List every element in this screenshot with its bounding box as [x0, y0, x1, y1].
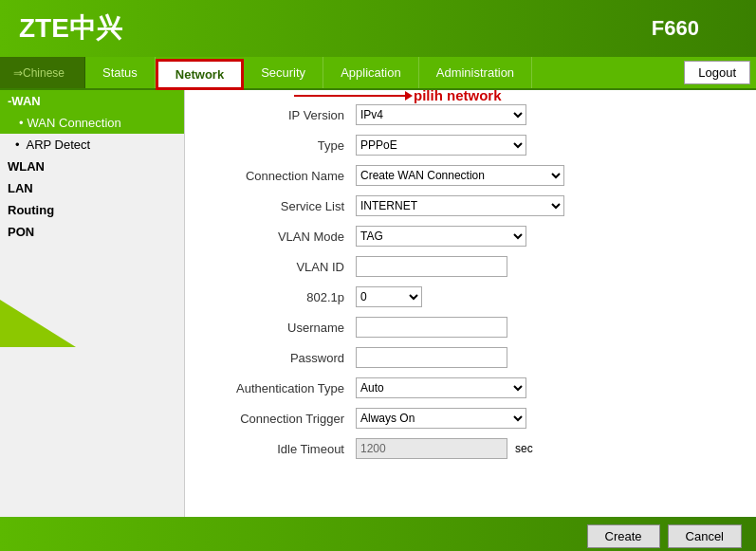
sidebar-lan[interactable]: LAN	[0, 177, 184, 199]
form-row-type: Type PPPoE IPoE Bridge	[204, 135, 737, 156]
input-username[interactable]	[356, 317, 507, 338]
sidebar-pon[interactable]: PON	[0, 221, 184, 243]
form-row-vlan-id: VLAN ID	[204, 256, 737, 277]
form-row-connection-name: Connection Name Create WAN Connection	[204, 165, 737, 186]
sidebar-routing[interactable]: Routing	[0, 199, 184, 221]
control-8021p: 0123 4567	[356, 286, 422, 307]
nav-chinese[interactable]: ⇒Chinese	[0, 57, 85, 88]
logo: ZTE中兴	[19, 10, 122, 46]
select-connection-trigger[interactable]: Always On On Demand Manual	[356, 408, 526, 429]
idle-timeout-unit: sec	[515, 442, 533, 455]
main: -WAN WAN Connection ARP Detect WLAN LAN …	[0, 90, 756, 517]
input-vlan-id[interactable]	[356, 256, 507, 277]
form-row-password: Password	[204, 347, 737, 368]
control-connection-trigger: Always On On Demand Manual	[356, 408, 526, 429]
form-row-8021p: 802.1p 0123 4567	[204, 286, 737, 307]
control-vlan-id	[356, 256, 507, 277]
form-row-ip-version: IP Version IPv4 IPv6	[204, 104, 737, 125]
select-8021p[interactable]: 0123 4567	[356, 286, 422, 307]
header: ZTE中兴 F660	[0, 0, 756, 57]
control-ip-version: IPv4 IPv6	[356, 104, 526, 125]
page-container: ZTE中兴 F660 ⇒Chinese Status Network Secur…	[0, 0, 756, 551]
select-connection-name[interactable]: Create WAN Connection	[356, 165, 564, 186]
form-row-service-list: Service List INTERNET TR069 VOIP	[204, 195, 737, 216]
label-username: Username	[204, 321, 356, 335]
nav-status[interactable]: Status	[85, 57, 156, 88]
control-idle-timeout: sec	[356, 438, 533, 459]
label-service-list: Service List	[204, 199, 356, 213]
sidebar-item-wan-connection[interactable]: WAN Connection	[0, 112, 184, 134]
nav-administration[interactable]: Administration	[419, 57, 532, 88]
label-auth-type: Authentication Type	[204, 381, 356, 395]
control-auth-type: Auto PAP CHAP MS-CHAP	[356, 377, 526, 398]
input-idle-timeout[interactable]	[356, 438, 507, 459]
label-ip-version: IP Version	[204, 108, 356, 122]
label-vlan-mode: VLAN Mode	[204, 230, 356, 244]
control-vlan-mode: TAG TRANSPARENT UNTAG	[356, 226, 526, 247]
nav-network[interactable]: Network	[156, 59, 244, 90]
select-type[interactable]: PPPoE IPoE Bridge	[356, 135, 526, 156]
bottom-bar: Create Cancel	[0, 517, 756, 551]
control-type: PPPoE IPoE Bridge	[356, 135, 526, 156]
nav-security[interactable]: Security	[244, 57, 323, 88]
control-connection-name: Create WAN Connection	[356, 165, 564, 186]
sidebar: -WAN WAN Connection ARP Detect WLAN LAN …	[0, 90, 185, 517]
model-name: F660	[652, 16, 699, 41]
label-idle-timeout: Idle Timeout	[204, 442, 356, 456]
label-vlan-id: VLAN ID	[204, 260, 356, 274]
content-area: IP Version IPv4 IPv6 Type PPPoE IPoE Bri…	[185, 90, 756, 517]
control-username	[356, 317, 507, 338]
sidebar-wlan[interactable]: WLAN	[0, 156, 184, 177]
label-connection-name: Connection Name	[204, 169, 356, 183]
select-vlan-mode[interactable]: TAG TRANSPARENT UNTAG	[356, 226, 526, 247]
sidebar-wan-section: -WAN	[0, 90, 184, 112]
logout-button[interactable]: Logout	[684, 61, 750, 84]
control-password	[356, 347, 507, 368]
create-button[interactable]: Create	[587, 524, 660, 548]
form-row-vlan-mode: VLAN Mode TAG TRANSPARENT UNTAG	[204, 226, 737, 247]
select-auth-type[interactable]: Auto PAP CHAP MS-CHAP	[356, 377, 526, 398]
cancel-button[interactable]: Cancel	[668, 524, 742, 548]
form-row-username: Username	[204, 317, 737, 338]
label-8021p: 802.1p	[204, 290, 356, 304]
control-service-list: INTERNET TR069 VOIP	[356, 195, 564, 216]
input-password[interactable]	[356, 347, 507, 368]
sidebar-item-arp-detect[interactable]: ARP Detect	[0, 134, 184, 156]
nav-application[interactable]: Application	[323, 57, 419, 88]
select-service-list[interactable]: INTERNET TR069 VOIP	[356, 195, 564, 216]
form-row-idle-timeout: Idle Timeout sec	[204, 438, 737, 459]
logo-text: ZTE中兴	[19, 10, 122, 46]
label-type: Type	[204, 138, 356, 153]
select-ip-version[interactable]: IPv4 IPv6	[356, 104, 526, 125]
sidebar-item-arp-label: ARP Detect	[26, 138, 90, 152]
label-password: Password	[204, 351, 356, 365]
form-row-connection-trigger: Connection Trigger Always On On Demand M…	[204, 408, 737, 429]
form-row-auth-type: Authentication Type Auto PAP CHAP MS-CHA…	[204, 377, 737, 398]
label-connection-trigger: Connection Trigger	[204, 412, 356, 426]
navbar: ⇒Chinese Status Network Security Applica…	[0, 57, 756, 90]
